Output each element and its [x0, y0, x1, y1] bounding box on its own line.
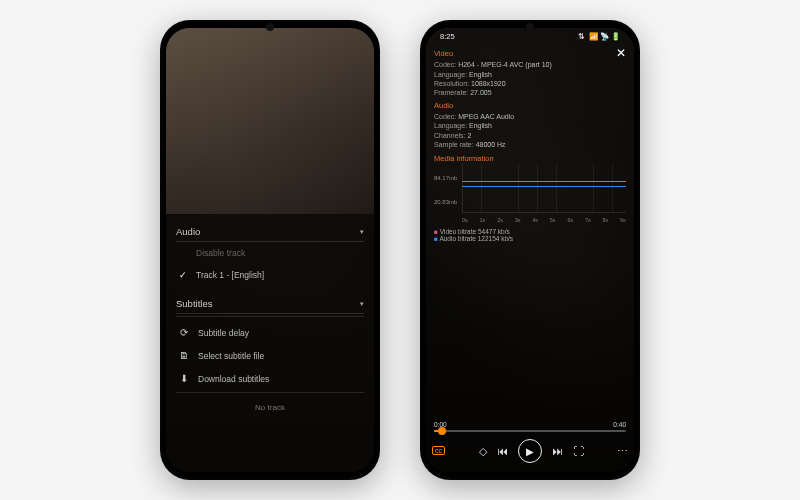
- subtitle-toggle-button[interactable]: cc: [432, 446, 445, 455]
- video-info-title: Video: [434, 49, 626, 59]
- no-track-label: No track: [176, 397, 364, 412]
- time-duration: 0:40: [613, 421, 626, 428]
- seek-track[interactable]: [434, 430, 626, 432]
- file-icon: 🗎: [178, 350, 190, 361]
- audio-section-label: Audio: [176, 226, 200, 237]
- screen-right: 8:25 ⇅ 📶 📡 🔋 ✕ Video Codec: H264 - MPEG-…: [426, 28, 634, 472]
- screen-left: Audio ▾ Disable track ✓ Track 1 - [Engli…: [166, 28, 374, 472]
- audio-bitrate-row: Audio bitrate 122154 kb/s: [434, 235, 513, 242]
- chart-x-labels: 0s1s2s3s4s5s6s7s8s9s: [462, 217, 626, 223]
- status-time: 8:25: [440, 32, 455, 41]
- video-lang-row: Language: English: [434, 70, 626, 79]
- audio-lang-row: Language: English: [434, 121, 626, 130]
- media-info-panel: Video Codec: H264 - MPEG-4 AVC (part 10)…: [434, 46, 626, 165]
- subtitles-section-label: Subtitles: [176, 298, 212, 309]
- seek-bar[interactable]: 0:00 0:40: [434, 421, 626, 432]
- video-fr-row: Framerate: 27.005: [434, 88, 626, 97]
- track-menu-panel: Audio ▾ Disable track ✓ Track 1 - [Engli…: [166, 214, 374, 472]
- subtitles-section-header[interactable]: Subtitles ▾: [176, 292, 364, 314]
- y-tick-high: 84.17mb: [434, 175, 457, 181]
- seek-knob[interactable]: [438, 427, 446, 435]
- subtitle-delay-label: Subtitle delay: [198, 328, 249, 338]
- disable-track-option[interactable]: Disable track: [176, 242, 364, 264]
- play-button[interactable]: ▶: [518, 439, 542, 463]
- video-bitrate-line: [462, 181, 626, 182]
- phone-left: Audio ▾ Disable track ✓ Track 1 - [Engli…: [160, 20, 380, 480]
- more-button[interactable]: ⋯: [617, 445, 628, 458]
- audio-bitrate-line: [462, 186, 626, 187]
- download-subtitle-option[interactable]: ⬇ Download subtitles: [176, 367, 364, 390]
- audio-sr-row: Sample rate: 48000 Hz: [434, 140, 626, 149]
- video-codec-row: Codec: H264 - MPEG-4 AVC (part 10): [434, 60, 626, 69]
- audio-codec-row: Codec: MPEG AAC Audio: [434, 112, 626, 121]
- prev-button[interactable]: ⏮: [497, 445, 508, 457]
- phone-right: 8:25 ⇅ 📶 📡 🔋 ✕ Video Codec: H264 - MPEG-…: [420, 20, 640, 480]
- divider: [176, 392, 364, 393]
- close-button[interactable]: ✕: [616, 46, 626, 60]
- audio-info-title: Audio: [434, 101, 626, 111]
- crop-button[interactable]: ⛶: [573, 445, 584, 457]
- camera-notch: [266, 23, 274, 31]
- delay-icon: ⟳: [178, 327, 190, 338]
- check-icon: ✓: [178, 270, 188, 280]
- bitrate-chart: 84.17mb 20.83mb 0s1s2s3s4s5s6s7s8s9s: [434, 163, 626, 223]
- chevron-down-icon: ▾: [360, 228, 364, 236]
- status-net-icon: ⇅: [578, 32, 585, 41]
- audio-ch-row: Channels: 2: [434, 131, 626, 140]
- divider: [176, 316, 364, 317]
- y-tick-low: 20.83mb: [434, 199, 457, 205]
- chart-grid: [462, 163, 626, 213]
- status-icons: 📶 📡 🔋: [589, 32, 620, 41]
- disable-track-label: Disable track: [196, 248, 245, 258]
- chevron-down-icon: ▾: [360, 300, 364, 308]
- subtitle-delay-option[interactable]: ⟳ Subtitle delay: [176, 321, 364, 344]
- rotate-button[interactable]: ◇: [479, 445, 487, 458]
- track1-option[interactable]: ✓ Track 1 - [English]: [176, 264, 364, 286]
- download-subtitle-label: Download subtitles: [198, 374, 269, 384]
- next-button[interactable]: ⏭: [552, 445, 563, 457]
- select-subtitle-label: Select subtitle file: [198, 351, 264, 361]
- video-res-row: Resolution: 1088x1920: [434, 79, 626, 88]
- audio-section-header[interactable]: Audio ▾: [176, 220, 364, 242]
- camera-notch: [526, 23, 534, 31]
- track1-label: Track 1 - [English]: [196, 270, 264, 280]
- video-bitrate-row: Video bitrate 54477 kb/s: [434, 228, 513, 235]
- player-controls: cc ◇ ⏮ ▶ ⏭ ⛶ ⋯: [432, 438, 628, 464]
- download-icon: ⬇: [178, 373, 190, 384]
- bitrate-legend: Video bitrate 54477 kb/s Audio bitrate 1…: [434, 228, 513, 242]
- select-subtitle-option[interactable]: 🗎 Select subtitle file: [176, 344, 364, 367]
- video-preview-area[interactable]: [166, 28, 374, 214]
